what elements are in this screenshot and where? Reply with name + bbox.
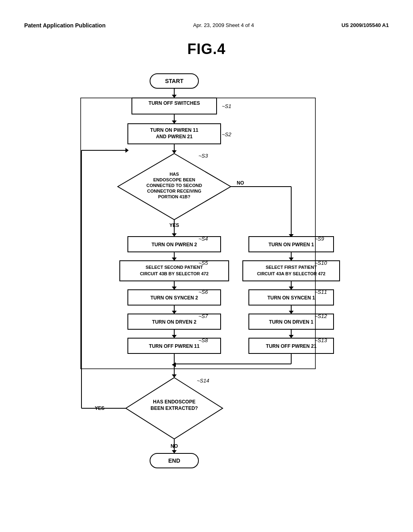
svg-text:~S5: ~S5 — [198, 260, 208, 266]
header-right: US 2009/105540 A1 — [342, 22, 389, 28]
svg-marker-85 — [172, 374, 177, 378]
svg-marker-97 — [172, 450, 177, 453]
svg-text:TURN OFF PWREN 21: TURN OFF PWREN 21 — [266, 343, 317, 349]
svg-marker-14 — [172, 150, 177, 154]
svg-text:BEEN EXTRACTED?: BEEN EXTRACTED? — [150, 405, 198, 411]
svg-text:~S9: ~S9 — [315, 236, 324, 242]
header-center: Apr. 23, 2009 Sheet 4 of 4 — [193, 22, 254, 28]
svg-text:TURN ON PWREN 11: TURN ON PWREN 11 — [150, 127, 198, 133]
svg-text:SELECT SECOND PATIENT: SELECT SECOND PATIENT — [146, 265, 203, 270]
svg-text:~S10: ~S10 — [315, 260, 327, 266]
svg-text:TURN ON DRVEN 1: TURN ON DRVEN 1 — [269, 319, 313, 325]
svg-marker-45 — [172, 311, 177, 314]
svg-text:CONNECTED TO SECOND: CONNECTED TO SECOND — [146, 183, 202, 188]
svg-text:TURN ON PWREN 2: TURN ON PWREN 2 — [152, 242, 197, 247]
svg-marker-58 — [289, 258, 294, 261]
svg-text:TURN ON PWREN 1: TURN ON PWREN 1 — [269, 242, 314, 247]
svg-marker-69 — [289, 311, 294, 314]
figure-title: FIG.4 — [0, 41, 413, 58]
svg-text:TURN ON SYNCEN 1: TURN ON SYNCEN 1 — [267, 295, 315, 301]
svg-marker-26 — [172, 233, 177, 237]
svg-text:TURN OFF PWREN 11: TURN OFF PWREN 11 — [149, 343, 200, 349]
svg-text:TURN ON SYNCEN 2: TURN ON SYNCEN 2 — [150, 295, 198, 301]
svg-text:~S1: ~S1 — [222, 103, 232, 109]
svg-marker-8 — [172, 121, 177, 124]
svg-text:~S4: ~S4 — [198, 236, 208, 242]
svg-text:CONNECTOR RECEIVING: CONNECTOR RECEIVING — [147, 189, 201, 193]
svg-text:~S13: ~S13 — [315, 337, 327, 343]
svg-marker-3 — [172, 95, 177, 98]
svg-text:~S8: ~S8 — [198, 337, 208, 343]
svg-text:AND PWREN 21: AND PWREN 21 — [156, 134, 193, 139]
svg-text:HAS: HAS — [169, 172, 179, 177]
svg-text:TURN ON DRVEN 2: TURN ON DRVEN 2 — [152, 319, 196, 325]
page: Patent Application Publication Apr. 23, … — [0, 0, 413, 532]
svg-marker-95 — [125, 148, 129, 153]
svg-text:~S12: ~S12 — [315, 313, 327, 319]
svg-text:SELECT FIRST PATIENT: SELECT FIRST PATIENT — [266, 265, 317, 270]
svg-text:ENDOSCOPE BEEN: ENDOSCOPE BEEN — [153, 177, 195, 182]
svg-marker-74 — [289, 335, 294, 338]
flowchart-diagram: START TURN OFF SWITCHES ~S1 TURN ON PWRE… — [25, 70, 388, 532]
svg-text:END: END — [168, 457, 180, 464]
svg-text:~S2: ~S2 — [222, 131, 232, 137]
header: Patent Application Publication Apr. 23, … — [0, 0, 413, 37]
svg-text:~S11: ~S11 — [315, 289, 327, 295]
svg-text:PORTION 41B?: PORTION 41B? — [158, 194, 190, 199]
svg-text:~S3: ~S3 — [198, 153, 208, 159]
svg-text:NO: NO — [237, 180, 244, 186]
header-left: Patent Application Publication — [24, 22, 106, 29]
svg-text:~S14: ~S14 — [197, 378, 209, 384]
svg-text:~S6: ~S6 — [198, 289, 208, 295]
svg-text:HAS ENDOSCOPE: HAS ENDOSCOPE — [153, 399, 195, 405]
svg-marker-34 — [172, 258, 177, 261]
svg-text:START: START — [165, 78, 184, 84]
svg-text:TURN OFF SWITCHES: TURN OFF SWITCHES — [148, 100, 200, 106]
svg-rect-35 — [120, 261, 229, 281]
svg-marker-50 — [172, 335, 177, 338]
svg-text:CIRCUIT 43B BY SELECTOR 472: CIRCUIT 43B BY SELECTOR 472 — [140, 271, 209, 276]
svg-marker-64 — [289, 287, 294, 290]
svg-text:~S7: ~S7 — [198, 313, 208, 319]
svg-marker-40 — [172, 287, 177, 290]
